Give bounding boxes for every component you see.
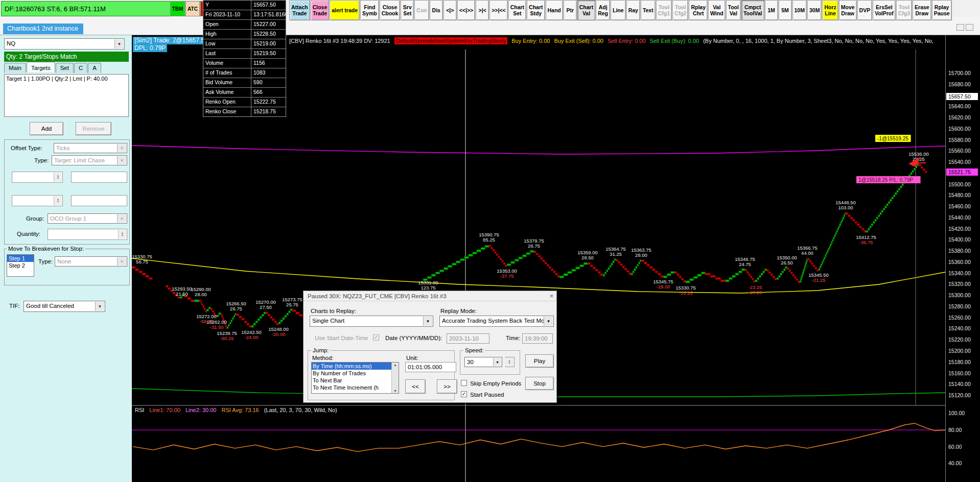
- atc-button[interactable]: ATC: [185, 1, 200, 16]
- toolbar-button-erssel-volprof[interactable]: ErsSelVolProf: [873, 0, 896, 20]
- skip-empty-periods-checkbox[interactable]: [461, 380, 467, 386]
- symbol-combobox[interactable]: NQ ▼: [4, 38, 125, 50]
- tbm-button[interactable]: TBM: [170, 1, 185, 16]
- breakeven-type-combobox[interactable]: None▼: [55, 256, 127, 267]
- oco-group-combobox[interactable]: OCO Group 1▼: [48, 213, 127, 224]
- toolbar-button-alert-trade[interactable]: alert trade: [330, 0, 360, 20]
- renko-brick-down: [641, 260, 644, 262]
- stop-button[interactable]: Stop: [525, 377, 554, 390]
- target-list-item[interactable]: Target 1 | 1.00PO | Qty:2 | Lmt | P: 40.…: [6, 76, 127, 82]
- toolbar-button-val-wind[interactable]: ValWind: [708, 0, 726, 20]
- price-tick-label: 15280.00: [948, 303, 971, 309]
- tab-c[interactable]: C: [74, 63, 87, 73]
- add-target-button[interactable]: Add: [30, 122, 63, 135]
- toolbar-button-erase-draw[interactable]: EraseDraw: [913, 0, 931, 20]
- toolbar-button--[interactable]: >|<: [476, 0, 489, 20]
- chevron-down-icon[interactable]: ▼: [544, 317, 553, 326]
- scrollbar[interactable]: ▲▼: [391, 363, 399, 393]
- tab-targets[interactable]: Targets: [27, 62, 55, 72]
- toolbar-button-dis[interactable]: Dis: [430, 0, 443, 20]
- toolbar-button-1m[interactable]: 1M: [765, 0, 778, 20]
- price-input-1[interactable]: [71, 172, 127, 183]
- toolbar-button-rplay-pause[interactable]: RplayPause: [932, 0, 952, 20]
- toolbar-button-line[interactable]: Line: [611, 0, 626, 20]
- toolbar-button-ptr[interactable]: Ptr: [564, 0, 577, 20]
- window-restore-button[interactable]: [956, 24, 964, 31]
- toolbar-button-srv-set[interactable]: SrvSet: [401, 0, 414, 20]
- spinner-icon[interactable]: ▲▼: [118, 230, 126, 239]
- tab-main[interactable]: Main: [4, 63, 26, 73]
- replay-mode-combobox[interactable]: Accurate Trading System Back Test Mo▼: [439, 316, 554, 327]
- chevron-down-icon[interactable]: ▼: [95, 302, 104, 311]
- breakeven-step-list[interactable]: Step 1 Step 2: [7, 254, 34, 277]
- toolbar-button-5m[interactable]: 5M: [779, 0, 792, 20]
- toolbar-button-attach-trade[interactable]: AttachTrade: [289, 0, 310, 20]
- toolbar-button-hand[interactable]: Hand: [546, 0, 563, 20]
- use-start-datetime-checkbox[interactable]: ✓: [373, 334, 379, 341]
- jump-back-button[interactable]: <<: [405, 379, 426, 394]
- jump-forward-button[interactable]: >>: [437, 379, 457, 394]
- toolbar-button-dvp[interactable]: DVP: [857, 0, 873, 20]
- type-combobox[interactable]: Target: Limit Chase▼: [52, 155, 127, 165]
- toolbar-button-ray[interactable]: Ray: [626, 0, 640, 20]
- price-scale[interactable]: 15700.0015680.0015660.0015640.0015620.00…: [945, 35, 980, 482]
- method-item[interactable]: To Next Time Increment (h: [312, 384, 399, 391]
- window-close-button[interactable]: [966, 24, 973, 31]
- toolbar-button-30m[interactable]: 30M: [807, 0, 822, 20]
- speed-combobox[interactable]: 30▼: [464, 357, 502, 367]
- dialog-title[interactable]: Paused 30X: NQZ23_FUT_CME [CBV] Renko 16…: [304, 291, 556, 301]
- price-input-2[interactable]: [71, 195, 127, 206]
- tab-set[interactable]: Set: [56, 63, 74, 73]
- toolbar-button-find-symb[interactable]: FindSymb: [360, 0, 379, 20]
- toolbar-button-rplay-chrt[interactable]: RplayChrt: [689, 0, 708, 20]
- toolbar-button-close-cbook[interactable]: CloseCbook: [380, 0, 401, 20]
- remove-target-button[interactable]: Remove: [76, 122, 111, 135]
- spinner-icon[interactable]: ▲▼: [505, 358, 514, 366]
- chartbook-tab[interactable]: Chartbook1 2nd instance: [3, 23, 83, 34]
- chevron-down-icon[interactable]: ▼: [493, 358, 501, 366]
- tif-combobox[interactable]: Good till Canceled▼: [24, 301, 105, 312]
- jump-method-list[interactable]: By Time (hh:mm:ss.ms)By Number of Trades…: [311, 362, 399, 394]
- spinner-icon[interactable]: ▲▼: [54, 196, 62, 205]
- toolbar-button-tool-cfg1[interactable]: ToolCfg1: [656, 0, 672, 20]
- toolbar-button-10m[interactable]: 10M: [792, 0, 807, 20]
- play-button[interactable]: Play: [525, 354, 554, 368]
- unit-input[interactable]: 01:01:05.000: [405, 362, 456, 372]
- toolbar-button-chart-set[interactable]: ChartSet: [508, 0, 526, 20]
- tab-a[interactable]: A: [88, 63, 101, 73]
- toolbar-button-cmpct-toolval[interactable]: CmpctToolVal: [741, 0, 764, 20]
- toolbar-button-tool-val[interactable]: ToolVal: [726, 0, 741, 20]
- quantity-input[interactable]: ▲▼: [48, 229, 127, 240]
- toolbar-button--[interactable]: >>|<<: [489, 0, 507, 20]
- chevron-down-icon[interactable]: ▼: [114, 39, 124, 49]
- step-1-item[interactable]: Step 1: [7, 255, 34, 262]
- speed-spinner[interactable]: ▲▼: [505, 357, 515, 367]
- close-icon[interactable]: ×: [550, 293, 553, 300]
- spinner-icon[interactable]: ▲▼: [54, 173, 62, 182]
- toolbar-button-tool-cfg2[interactable]: ToolCfg2: [672, 0, 688, 20]
- toolbar-button-text[interactable]: Text: [641, 0, 656, 20]
- offset-type-combobox[interactable]: Ticks▼: [54, 143, 127, 153]
- toolbar-button-tool-cfg3[interactable]: ToolCfg3: [896, 0, 912, 20]
- offset-input-1[interactable]: ▲▼: [12, 172, 63, 183]
- start-paused-checkbox[interactable]: ✓: [461, 391, 467, 397]
- date-input[interactable]: 2023-11-10: [447, 333, 489, 344]
- toolbar-button-adj-reg[interactable]: AdjReg: [596, 0, 610, 20]
- time-input[interactable]: 19:39:00: [522, 333, 553, 344]
- toolbar-button-chart-stdy[interactable]: ChartStdy: [527, 0, 545, 20]
- method-item[interactable]: To Next Bar: [312, 377, 399, 384]
- chevron-down-icon[interactable]: ▼: [423, 317, 432, 326]
- toolbar-button-move-draw[interactable]: MoveDraw: [839, 0, 857, 20]
- toolbar-button--[interactable]: <<|>>: [457, 0, 475, 20]
- offset-input-2[interactable]: ▲▼: [12, 195, 63, 206]
- toolbar-button--[interactable]: <|>: [444, 0, 457, 20]
- target-listbox[interactable]: Target 1 | 1.00PO | Qty:2 | Lmt | P: 40.…: [4, 74, 129, 117]
- toolbar-button-horz-line[interactable]: HorzLine: [822, 0, 838, 20]
- step-2-item[interactable]: Step 2: [7, 262, 34, 269]
- toolbar-button-chart-val[interactable]: ChartVal: [577, 0, 595, 20]
- method-item[interactable]: By Time (hh:mm:ss.ms): [312, 363, 399, 370]
- method-item[interactable]: By Number of Trades: [312, 370, 399, 377]
- toolbar-button-con[interactable]: Con: [414, 0, 429, 20]
- charts-to-replay-combobox[interactable]: Single Chart▼: [310, 316, 433, 327]
- toolbar-button-close-trade[interactable]: CloseTrade: [311, 0, 330, 20]
